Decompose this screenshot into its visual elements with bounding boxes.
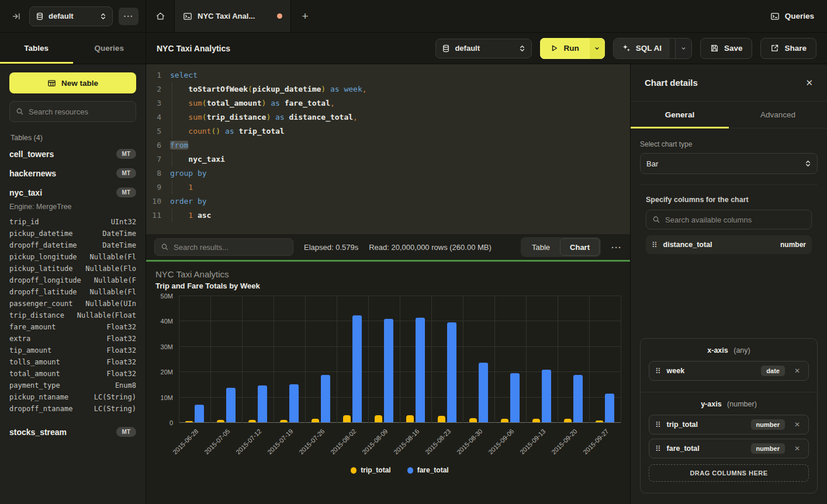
nyc-taxi-columns: trip_idUInt32pickup_datetimeDateTimedrop… (9, 216, 136, 415)
panel-title: Chart details (645, 78, 805, 88)
available-column-distance-total[interactable]: ⠿ distance_total number (646, 235, 812, 254)
panel-body: Select chart type Bar Specify columns fo… (631, 128, 827, 504)
table-item-nyc-taxi[interactable]: nyc_taxi MT (9, 183, 136, 202)
tab-nyc-taxi-analytics[interactable]: NYC Taxi Anal... (174, 0, 291, 32)
database-selector[interactable]: default (29, 6, 113, 26)
chart-y-axis: 010M20M30M40M50M (155, 296, 179, 423)
chart-view-button[interactable]: Chart (560, 238, 600, 256)
line-number: 6 (146, 138, 161, 152)
collapse-sidebar-button[interactable] (9, 9, 23, 23)
drag-handle-icon[interactable]: ⠿ (655, 445, 661, 453)
bar-trip-total (501, 419, 508, 422)
drag-handle-icon[interactable]: ⠿ (652, 241, 658, 249)
sql-ai-button[interactable]: SQL AI (613, 38, 692, 59)
remove-column-button[interactable]: ✕ (791, 366, 804, 376)
table-item-hackernews[interactable]: hackernews MT (9, 164, 136, 183)
table-engine-label: Engine: MergeTree (9, 203, 136, 211)
engine-badge: MT (116, 149, 136, 159)
code-line: 9 1 (146, 180, 630, 194)
tab-advanced[interactable]: Advanced (729, 102, 827, 128)
remove-column-button[interactable]: ✕ (791, 419, 804, 430)
column-row: tolls_amountFloat32 (9, 356, 136, 368)
save-button[interactable]: Save (700, 38, 753, 59)
columns-subsection: Specify columns for the chart ⠿ distance… (646, 196, 812, 254)
new-tab-button[interactable]: + (291, 0, 319, 32)
sidebar-more-button[interactable]: ··· (119, 8, 139, 25)
bar-group (589, 296, 621, 422)
topbar-left: default ··· (0, 0, 146, 32)
sidebar: New table Tables (4) cell_towers MT hack… (0, 64, 146, 504)
y-tick-label: 50M (161, 293, 173, 300)
table-name: hackernews (9, 169, 116, 178)
column-type: LC(String) (94, 405, 136, 413)
sidebar-tab-queries[interactable]: Queries (73, 33, 146, 64)
code-line: 2 toStartOfWeek(pickup_datetime) as week… (146, 82, 630, 96)
y-axis-label: y-axis (701, 400, 721, 408)
code-text: from (170, 138, 188, 152)
drag-handle-icon[interactable]: ⠿ (655, 421, 661, 429)
chart-details-panel: Chart details ✕ General Advanced Select … (630, 64, 827, 504)
new-table-button[interactable]: New table (9, 72, 136, 93)
table-item-cell-towers[interactable]: cell_towers MT (9, 144, 136, 164)
bar-group (210, 296, 242, 422)
drag-columns-drop-zone[interactable]: DRAG COLUMNS HERE (649, 464, 809, 482)
column-row: dropoff_latitudeNullable(Fl (9, 286, 136, 298)
column-row: tip_amountFloat32 (9, 345, 136, 356)
bar-fare-total (258, 385, 267, 422)
top-bar: default ··· NYC Taxi Anal... + (0, 0, 827, 33)
column-name: dropoff_latitude (9, 288, 90, 296)
bar-trip-total (248, 420, 256, 422)
column-type: Nullable(Flo (85, 265, 136, 273)
tab-general[interactable]: General (631, 102, 729, 128)
drag-handle-icon[interactable]: ⠿ (655, 367, 661, 375)
column-name: pickup_datetime (9, 230, 102, 238)
close-panel-button[interactable]: ✕ (805, 78, 813, 88)
x-axis-column-week[interactable]: ⠿ week date ✕ (649, 361, 809, 381)
code-text: 1 (170, 180, 193, 194)
table-name: stocks_stream (9, 427, 116, 437)
results-more-button[interactable]: ··· (611, 242, 622, 252)
home-button[interactable] (146, 0, 174, 32)
y-axis-column-trip-total[interactable]: ⠿ trip_total number ✕ (649, 415, 809, 435)
column-name: week (667, 367, 756, 375)
table-name: cell_towers (9, 150, 116, 159)
remove-column-button[interactable]: ✕ (791, 443, 804, 454)
read-stat: Read: 20,000,000 rows (260.00 MB) (369, 243, 492, 252)
resource-search-input[interactable] (29, 107, 130, 116)
code-line: 7 nyc_taxi (146, 152, 630, 166)
y-tick-label: 20M (161, 369, 173, 376)
bar-fare-total (573, 375, 583, 422)
column-type: LC(String) (94, 393, 136, 401)
share-button[interactable]: Share (760, 38, 816, 59)
column-name: pickup_ntaname (9, 393, 94, 401)
bar-fare-total (605, 394, 614, 422)
code-text: nyc_taxi (170, 152, 225, 166)
sidebar-tab-tables[interactable]: Tables (0, 33, 73, 64)
chart-type-select[interactable]: Bar (640, 153, 818, 174)
sql-ai-caret[interactable] (675, 39, 691, 58)
queries-button[interactable]: Queries (770, 12, 814, 21)
table-view-button[interactable]: Table (522, 238, 560, 256)
line-number: 4 (146, 110, 161, 124)
run-options-caret[interactable] (590, 38, 605, 59)
database-icon (442, 44, 450, 53)
sql-ai-label: SQL AI (636, 44, 662, 53)
line-number: 7 (146, 152, 161, 166)
run-database-selector[interactable]: default (435, 39, 532, 58)
sql-editor[interactable]: 1select2 toStartOfWeek(pickup_datetime) … (146, 64, 630, 234)
chart-subtitle: Trip and Fare Totals by Week (155, 281, 621, 290)
table-name: nyc_taxi (9, 188, 116, 197)
run-button[interactable]: Run (540, 38, 604, 59)
bar-group (242, 296, 274, 422)
sidebar-tabs: Tables Queries (0, 33, 146, 64)
line-number: 3 (146, 96, 161, 110)
column-row: total_amountFloat32 (9, 368, 136, 380)
table-item-stocks-stream[interactable]: stocks_stream MT (9, 422, 136, 442)
bar-fare-total (447, 322, 456, 422)
x-axis-header: x-axis (any) (649, 346, 809, 354)
columns-search-input[interactable] (665, 215, 805, 224)
results-search-input[interactable] (174, 243, 287, 252)
share-button-label: Share (784, 44, 807, 53)
bar-group (274, 296, 305, 422)
y-axis-column-fare-total[interactable]: ⠿ fare_total number ✕ (649, 439, 809, 458)
